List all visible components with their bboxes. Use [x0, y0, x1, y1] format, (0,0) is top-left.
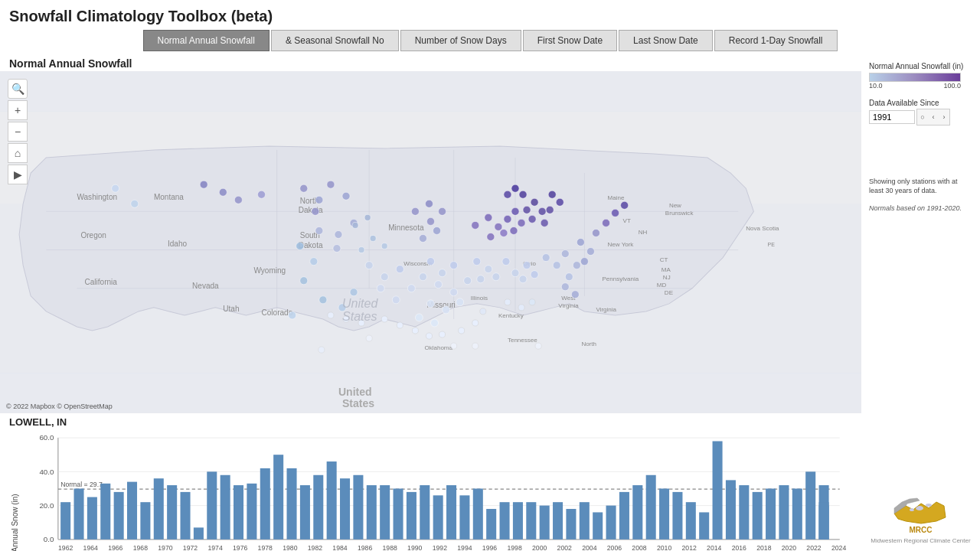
- svg-rect-213: [513, 502, 523, 540]
- svg-point-136: [477, 276, 485, 283]
- svg-point-160: [370, 235, 376, 241]
- tab-first-snow[interactable]: First Snow Date: [523, 30, 617, 51]
- svg-rect-205: [407, 492, 416, 540]
- svg-point-146: [573, 262, 580, 269]
- svg-point-141: [531, 271, 538, 279]
- svg-rect-193: [247, 484, 256, 540]
- data-since-label: Data Available Since: [869, 99, 972, 107]
- svg-point-149: [580, 258, 588, 266]
- svg-point-80: [419, 273, 426, 281]
- svg-text:40.0: 40.0: [39, 468, 54, 476]
- svg-rect-212: [500, 502, 510, 540]
- svg-point-117: [500, 229, 508, 236]
- svg-point-130: [556, 198, 564, 206]
- map-search-button[interactable]: 🔍: [8, 79, 28, 99]
- svg-point-73: [333, 245, 341, 253]
- svg-rect-225: [672, 492, 682, 540]
- svg-point-158: [571, 291, 579, 298]
- svg-rect-200: [340, 478, 350, 540]
- svg-point-87: [426, 300, 434, 308]
- showing-note: Showing only stations with at least 30 y…: [869, 178, 972, 195]
- svg-point-106: [535, 343, 541, 349]
- legend-title: Normal Annual Snowfall (in): [869, 62, 972, 70]
- chart-section: LOWELL, IN Annual Snow (in): [0, 413, 861, 551]
- data-since-next[interactable]: ›: [939, 109, 949, 125]
- svg-text:Illinois: Illinois: [471, 295, 488, 302]
- tab-normal-annual[interactable]: Normal Annual Snowfall: [143, 30, 270, 51]
- map-home-button[interactable]: ⌂: [8, 143, 28, 163]
- svg-text:0.0: 0.0: [44, 535, 54, 543]
- svg-point-134: [485, 266, 492, 273]
- normals-note: Normals based on 1991-2020.: [869, 204, 972, 214]
- svg-point-67: [327, 181, 335, 188]
- tab-record-1day[interactable]: Record 1-Day Snowfall: [714, 30, 838, 51]
- map-zoom-out-button[interactable]: −: [8, 122, 28, 142]
- svg-point-272: [916, 506, 923, 510]
- svg-rect-185: [140, 502, 150, 540]
- svg-point-154: [505, 299, 511, 305]
- svg-point-77: [377, 285, 384, 292]
- svg-point-128: [538, 207, 546, 215]
- svg-point-116: [487, 233, 495, 240]
- svg-point-57: [310, 258, 318, 266]
- svg-rect-191: [220, 475, 230, 540]
- svg-point-137: [502, 258, 510, 266]
- svg-rect-194: [260, 468, 270, 540]
- svg-text:Oklahoma: Oklahoma: [424, 344, 452, 351]
- svg-text:1962: 1962: [58, 544, 73, 551]
- svg-text:2006: 2006: [607, 544, 622, 551]
- svg-rect-209: [459, 495, 469, 540]
- svg-point-59: [112, 184, 119, 192]
- svg-point-92: [381, 316, 387, 322]
- svg-text:1966: 1966: [108, 544, 122, 551]
- mrcc-map-icon: [890, 471, 952, 525]
- data-since-prev[interactable]: ‹: [928, 109, 939, 125]
- tab-seasonal[interactable]: & Seasonal Snowfall No: [271, 30, 399, 51]
- svg-point-58: [296, 243, 304, 250]
- svg-point-91: [431, 319, 439, 327]
- tab-snow-days[interactable]: Number of Snow Days: [400, 30, 521, 51]
- svg-point-157: [561, 283, 569, 291]
- svg-rect-232: [766, 488, 776, 539]
- svg-point-94: [412, 328, 418, 334]
- svg-text:New York: New York: [608, 241, 635, 248]
- data-since-decrement[interactable]: ○: [917, 109, 928, 125]
- svg-rect-182: [100, 484, 110, 540]
- svg-text:2016: 2016: [732, 544, 746, 551]
- map-container[interactable]: 🔍 + − ⌂ ▶: [0, 71, 861, 413]
- svg-point-79: [407, 285, 415, 292]
- svg-text:United: United: [342, 296, 378, 310]
- svg-rect-218: [580, 502, 590, 540]
- svg-text:1990: 1990: [407, 544, 422, 551]
- svg-point-86: [464, 277, 472, 285]
- svg-text:VT: VT: [623, 217, 631, 224]
- svg-rect-201: [353, 475, 363, 540]
- svg-text:1988: 1988: [383, 544, 397, 551]
- svg-text:1994: 1994: [457, 544, 472, 551]
- svg-point-75: [381, 273, 388, 281]
- tab-last-snow[interactable]: Last Snow Date: [619, 30, 713, 51]
- svg-text:2012: 2012: [681, 544, 696, 551]
- svg-rect-210: [473, 488, 483, 539]
- svg-point-132: [541, 219, 548, 227]
- svg-point-70: [315, 227, 323, 234]
- svg-text:Nova Scotia: Nova Scotia: [746, 225, 779, 232]
- svg-rect-197: [300, 485, 310, 540]
- svg-text:DE: DE: [665, 289, 673, 296]
- svg-rect-229: [726, 480, 736, 539]
- svg-point-104: [451, 343, 457, 349]
- svg-point-145: [565, 273, 573, 281]
- svg-text:New: New: [669, 202, 681, 209]
- svg-point-112: [419, 234, 426, 242]
- map-zoom-in-button[interactable]: +: [8, 100, 28, 120]
- map-play-button[interactable]: ▶: [8, 165, 28, 184]
- svg-point-115: [495, 223, 502, 230]
- svg-text:2022: 2022: [806, 544, 821, 551]
- svg-point-93: [397, 322, 403, 328]
- svg-text:1976: 1976: [233, 544, 247, 551]
- svg-point-124: [519, 191, 527, 198]
- svg-point-113: [472, 221, 479, 229]
- data-since-input[interactable]: [869, 110, 915, 124]
- svg-point-74: [365, 262, 373, 269]
- data-since-section: Data Available Since ○ ‹ ›: [869, 99, 972, 126]
